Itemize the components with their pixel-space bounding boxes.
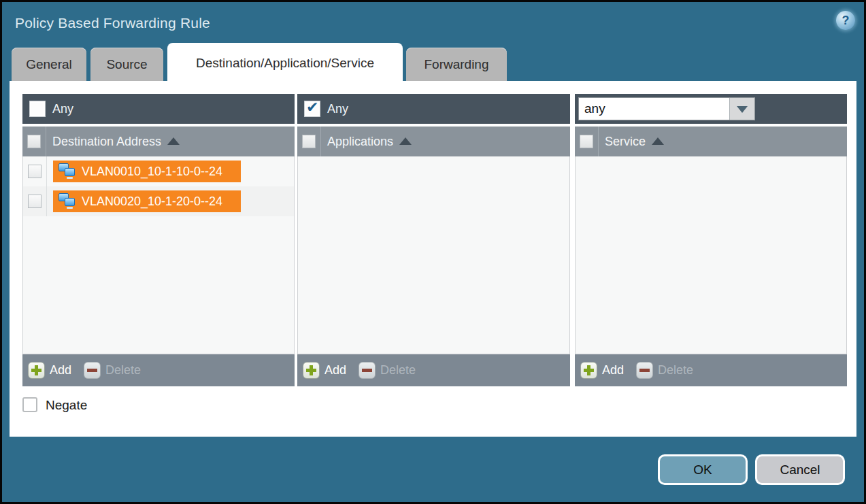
service-dropdown-bar: any <box>575 94 847 124</box>
row-checkbox-cell <box>23 186 47 216</box>
destination-any-checkbox[interactable] <box>29 101 46 117</box>
applications-select-all-checkbox[interactable] <box>302 135 316 148</box>
destination-row1-checkbox[interactable] <box>28 165 41 178</box>
delete-label: Delete <box>380 362 416 379</box>
service-dropdown-value: any <box>584 98 605 120</box>
tab-general[interactable]: General <box>12 48 86 81</box>
add-plus-icon <box>580 362 597 379</box>
destination-select-all-checkbox[interactable] <box>27 135 41 148</box>
service-list-footer: Add Delete <box>575 354 847 386</box>
applications-column: Any Applications Add Delete <box>297 94 570 386</box>
destination-any-label: Any <box>52 94 73 124</box>
add-plus-icon <box>303 362 320 379</box>
negate-checkbox[interactable] <box>22 397 37 412</box>
add-plus-icon <box>28 362 45 379</box>
help-icon[interactable]: ? <box>836 11 855 30</box>
destination-any-bar: Any <box>22 94 295 124</box>
applications-any-bar: Any <box>297 94 570 124</box>
destination-address-column: Any Destination Address VLA <box>22 94 295 386</box>
cancel-button[interactable]: Cancel <box>755 454 845 485</box>
tab-forwarding[interactable]: Forwarding <box>406 48 507 81</box>
policy-based-forwarding-dialog: Policy Based Forwarding Rule ? General S… <box>0 0 866 504</box>
destination-address-list: VLAN0010_10-1-10-0--24 VLAN0020_10-1-20-… <box>22 156 295 354</box>
destination-row2-checkbox[interactable] <box>28 195 41 208</box>
delete-minus-icon <box>84 362 101 379</box>
applications-header-label: Applications <box>327 127 412 156</box>
add-label: Add <box>50 362 71 379</box>
tab-content-panel: Any Destination Address VLA <box>10 81 856 437</box>
applications-select-all-cell <box>297 127 321 156</box>
service-select-all-cell <box>575 127 599 156</box>
list-item[interactable]: VLAN0010_10-1-10-0--24 <box>23 156 294 186</box>
sort-ascending-icon[interactable] <box>399 137 412 145</box>
negate-label: Negate <box>46 397 87 414</box>
destination-row1-text: VLAN0010_10-1-10-0--24 <box>82 161 222 182</box>
chevron-down-icon[interactable] <box>729 98 754 120</box>
delete-label: Delete <box>105 362 141 379</box>
applications-column-header[interactable]: Applications <box>297 127 570 156</box>
applications-list-footer: Add Delete <box>297 354 570 386</box>
dialog-title: Policy Based Forwarding Rule <box>15 15 210 31</box>
ok-button[interactable]: OK <box>658 454 748 485</box>
destination-header-label: Destination Address <box>52 127 180 156</box>
sort-ascending-icon[interactable] <box>167 137 180 145</box>
delete-label: Delete <box>658 362 693 379</box>
row-checkbox-cell <box>23 156 47 186</box>
destination-row2-value[interactable]: VLAN0020_10-1-20-0--24 <box>53 190 241 212</box>
applications-any-label: Any <box>327 94 348 124</box>
address-object-icon <box>59 163 78 180</box>
service-list <box>575 156 847 354</box>
applications-list <box>297 156 570 354</box>
destination-list-footer: Add Delete <box>22 354 295 386</box>
destination-header-text: Destination Address <box>52 135 161 148</box>
service-column: any Service Add Delete <box>575 94 847 386</box>
destination-row1-value[interactable]: VLAN0010_10-1-10-0--24 <box>53 161 241 182</box>
applications-header-text: Applications <box>327 135 393 148</box>
applications-any-checkbox[interactable] <box>304 101 320 117</box>
service-column-header[interactable]: Service <box>575 127 847 156</box>
address-object-icon <box>59 193 78 209</box>
service-any-dropdown[interactable]: any <box>578 97 755 120</box>
tab-destination-application-service[interactable]: Destination/Application/Service <box>167 43 403 81</box>
service-header-text: Service <box>605 135 646 148</box>
destination-row2-text: VLAN0020_10-1-20-0--24 <box>82 190 222 212</box>
destination-column-header[interactable]: Destination Address <box>22 127 295 156</box>
add-label: Add <box>324 362 346 379</box>
list-item[interactable]: VLAN0020_10-1-20-0--24 <box>23 186 294 216</box>
service-select-all-checkbox[interactable] <box>580 135 593 148</box>
service-header-label: Service <box>605 127 664 156</box>
add-label: Add <box>602 362 624 379</box>
sort-ascending-icon[interactable] <box>652 137 664 145</box>
destination-select-all-cell <box>22 127 46 156</box>
delete-minus-icon <box>636 362 653 379</box>
tab-source[interactable]: Source <box>90 48 163 81</box>
delete-minus-icon <box>359 362 376 379</box>
